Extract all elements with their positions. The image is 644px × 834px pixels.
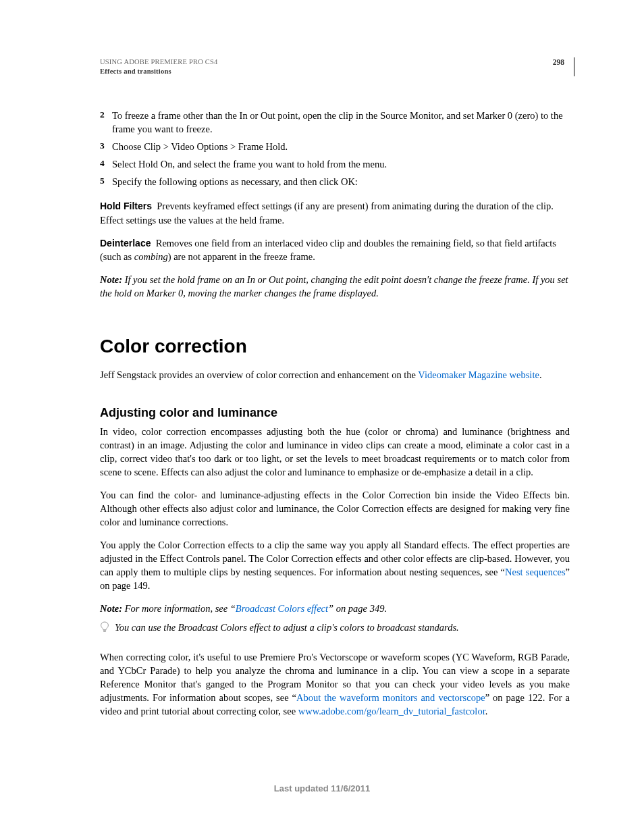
step-number: 5 — [100, 175, 112, 188]
tip: You can use the Broadcast Colors effect … — [100, 621, 570, 637]
step-text: Select Hold On, and select the frame you… — [112, 157, 570, 171]
svg-rect-1 — [103, 631, 106, 632]
step-text: To freeze a frame other than the In or O… — [112, 109, 570, 136]
heading-color-correction: Color correction — [100, 334, 570, 360]
text-run: Jeff Sengstack provides an overview of c… — [100, 369, 418, 380]
step-item: 4 Select Hold On, and select the frame y… — [100, 157, 570, 171]
section-name: Effects and transitions — [100, 67, 218, 76]
text-run: . — [539, 369, 542, 380]
body-paragraph: In video, color correction encompasses a… — [100, 425, 570, 479]
lightbulb-icon — [100, 621, 112, 637]
step-number: 2 — [100, 109, 112, 136]
step-item: 3 Choose Clip > Video Options > Frame Ho… — [100, 140, 570, 153]
link-broadcast-colors[interactable]: Broadcast Colors effect — [236, 603, 328, 614]
text-run: For more information, see “ — [122, 603, 236, 614]
note-label: Note: — [100, 274, 122, 285]
definition-body: Prevents keyframed effect settings (if a… — [100, 201, 554, 225]
link-videomaker[interactable]: Videomaker Magazine website — [418, 369, 539, 380]
page-content: 2 To freeze a frame other than the In or… — [100, 80, 570, 718]
step-number: 4 — [100, 157, 112, 171]
page-footer: Last updated 11/6/2011 — [0, 783, 644, 795]
header-divider — [574, 57, 574, 76]
intro-paragraph: Jeff Sengstack provides an overview of c… — [100, 368, 570, 382]
link-adobe-tutorial[interactable]: www.adobe.com/go/learn_dv_tutorial_fastc… — [298, 706, 485, 716]
running-header: USING ADOBE PREMIERE PRO CS4 Effects and… — [100, 57, 570, 76]
definition-hold-filters: Hold Filters Prevents keyframed effect s… — [100, 199, 570, 226]
step-number: 3 — [100, 140, 112, 153]
note-text: If you set the hold frame on an In or Ou… — [100, 274, 568, 298]
step-item: 5 Specify the following options as neces… — [100, 175, 570, 188]
text-run: ” on page 349. — [328, 603, 387, 614]
definition-deinterlace: Deinterlace Removes one field from an in… — [100, 236, 570, 263]
svg-rect-0 — [103, 631, 106, 631]
text-run: You apply the Color Correction effects t… — [100, 540, 570, 577]
header-left: USING ADOBE PREMIERE PRO CS4 Effects and… — [100, 57, 218, 76]
definition-term: Deinterlace — [100, 238, 151, 249]
note-label: Note: — [100, 603, 122, 614]
heading-adjusting-color: Adjusting color and luminance — [100, 405, 570, 421]
step-text: Specify the following options as necessa… — [112, 175, 570, 188]
definition-term: Hold Filters — [100, 201, 152, 211]
numbered-steps: 2 To freeze a frame other than the In or… — [100, 109, 570, 188]
page: USING ADOBE PREMIERE PRO CS4 Effects and… — [0, 0, 644, 834]
tip-text: You can use the Broadcast Colors effect … — [115, 621, 459, 634]
page-number: 298 — [553, 57, 570, 68]
definition-body-italic: combing — [134, 251, 168, 262]
step-item: 2 To freeze a frame other than the In or… — [100, 109, 570, 136]
note: Note: For more information, see “Broadca… — [100, 602, 570, 615]
link-nest-sequences[interactable]: Nest sequences — [505, 567, 566, 577]
note: Note: If you set the hold frame on an In… — [100, 273, 570, 300]
step-text: Choose Clip > Video Options > Frame Hold… — [112, 140, 570, 153]
body-paragraph: When correcting color, it's useful to us… — [100, 650, 570, 718]
text-run: . — [485, 706, 488, 716]
definition-body-part: ) are not apparent in the freeze frame. — [168, 251, 315, 262]
link-waveform-vectorscope[interactable]: About the waveform monitors and vectorsc… — [296, 692, 485, 703]
doc-title: USING ADOBE PREMIERE PRO CS4 — [100, 57, 218, 67]
body-paragraph: You apply the Color Correction effects t… — [100, 538, 570, 592]
body-paragraph: You can find the color- and luminance-ad… — [100, 488, 570, 529]
